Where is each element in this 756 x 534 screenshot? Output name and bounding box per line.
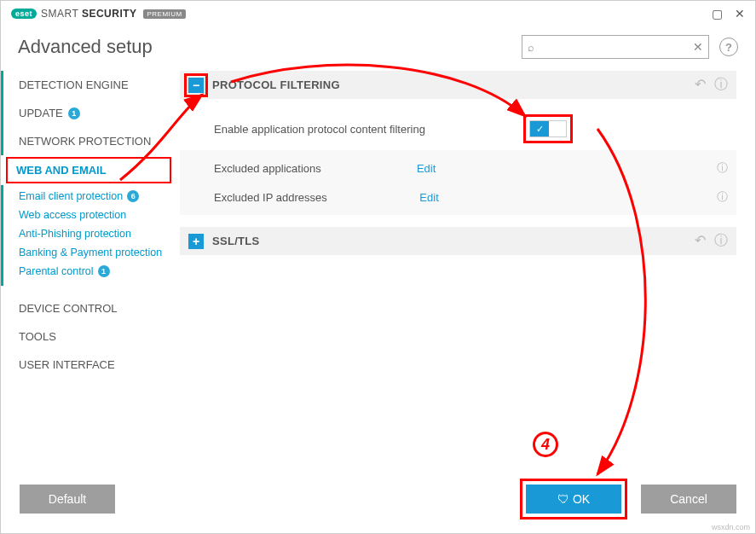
search-box[interactable]: ⌕ ✕ <box>522 35 709 59</box>
row-excluded-apps: Excluded applications Edit ⓘ <box>180 154 736 183</box>
badge-icon: 6 <box>127 190 139 202</box>
info-icon[interactable]: ⓘ <box>717 160 728 176</box>
sidebar-sub-anti-phishing[interactable]: Anti-Phishing protection <box>15 224 176 243</box>
sidebar-item-detection-engine[interactable]: DETECTION ENGINE <box>1 71 176 99</box>
annotation-box: ✓ <box>523 114 573 143</box>
annotation-box: 🛡 OK <box>520 479 627 519</box>
content-pane: − PROTOCOL FILTERING ↶ ⓘ Enable applicat… <box>180 71 755 379</box>
brand-word-1: SMART <box>41 8 78 20</box>
row-excluded-ips: Excluded IP addresses Edit ⓘ <box>180 183 736 212</box>
watermark: wsxdn.com <box>712 523 750 531</box>
edit-link[interactable]: Edit <box>419 191 438 204</box>
brand-premium: PREMIUM <box>143 9 185 19</box>
brand-text: SMART SECURITY PREMIUM <box>41 8 186 20</box>
badge-icon: 1 <box>68 107 80 119</box>
page-title: Advanced setup <box>18 36 153 58</box>
sidebar-item-network-protection[interactable]: NETWORK PROTECTION <box>1 127 176 155</box>
brand-badge: eset <box>11 9 37 19</box>
sidebar-sub-email-client[interactable]: Email client protection6 <box>15 187 176 206</box>
header-row: Advanced setup ⌕ ✕ ? <box>1 26 755 71</box>
sidebar-item-web-and-email[interactable]: WEB AND EMAIL <box>6 157 171 183</box>
undo-icon[interactable]: ↶ <box>695 76 706 94</box>
undo-icon[interactable]: ↶ <box>695 232 706 250</box>
section-ssl-tls[interactable]: + SSL/TLS ↶ ⓘ <box>180 227 736 255</box>
brand-word-2: SECURITY <box>82 8 137 20</box>
window-controls: ▢ ✕ <box>712 7 745 20</box>
close-icon[interactable]: ✕ <box>735 7 745 20</box>
row-label: Excluded applications <box>214 162 321 175</box>
sidebar-item-update[interactable]: UPDATE1 <box>1 99 176 127</box>
maximize-icon[interactable]: ▢ <box>712 7 723 20</box>
ok-button[interactable]: 🛡 OK <box>526 485 621 514</box>
section-title: SSL/TLS <box>212 235 260 247</box>
info-icon[interactable]: ⓘ <box>714 76 728 94</box>
annotation-step-4: 4 <box>533 432 558 457</box>
ok-label: OK <box>573 492 590 506</box>
collapse-icon[interactable]: − <box>188 78 204 93</box>
sidebar-item-device-control[interactable]: DEVICE CONTROL <box>1 294 176 322</box>
row-label: Excluded IP addresses <box>214 191 327 204</box>
sidebar-sub-web-access[interactable]: Web access protection <box>15 206 176 224</box>
help-icon[interactable]: ? <box>719 38 738 56</box>
info-icon[interactable]: ⓘ <box>714 232 728 250</box>
shield-icon: 🛡 <box>557 492 569 506</box>
sidebar-item-tools[interactable]: TOOLS <box>1 322 176 351</box>
clear-search-icon[interactable]: ✕ <box>693 40 703 54</box>
row-enable-filtering: Enable application protocol content filt… <box>180 107 736 150</box>
sidebar: DETECTION ENGINE UPDATE1 NETWORK PROTECT… <box>1 71 180 379</box>
sidebar-sublist: Email client protection6 Web access prot… <box>1 185 176 286</box>
info-icon[interactable]: ⓘ <box>717 189 728 205</box>
section-title: PROTOCOL FILTERING <box>212 78 340 91</box>
title-bar: eset SMART SECURITY PREMIUM ▢ ✕ <box>1 1 755 26</box>
footer: Default 🛡 OK Cancel <box>1 465 755 533</box>
edit-link[interactable]: Edit <box>417 162 436 175</box>
cancel-button[interactable]: Cancel <box>641 485 736 514</box>
row-label: Enable application protocol content filt… <box>214 123 425 136</box>
check-icon: ✓ <box>530 121 549 136</box>
search-input[interactable] <box>538 41 693 54</box>
badge-icon: 1 <box>98 265 110 277</box>
section-protocol-filtering[interactable]: − PROTOCOL FILTERING ↶ ⓘ <box>180 71 736 99</box>
search-icon: ⌕ <box>528 41 534 54</box>
expand-icon[interactable]: + <box>188 234 204 249</box>
sidebar-sub-banking[interactable]: Banking & Payment protection <box>15 243 176 262</box>
sidebar-sub-parental[interactable]: Parental control1 <box>15 262 176 281</box>
toggle-enable-filtering[interactable]: ✓ <box>529 120 567 137</box>
default-button[interactable]: Default <box>20 485 115 514</box>
sidebar-item-user-interface[interactable]: USER INTERFACE <box>1 351 176 379</box>
